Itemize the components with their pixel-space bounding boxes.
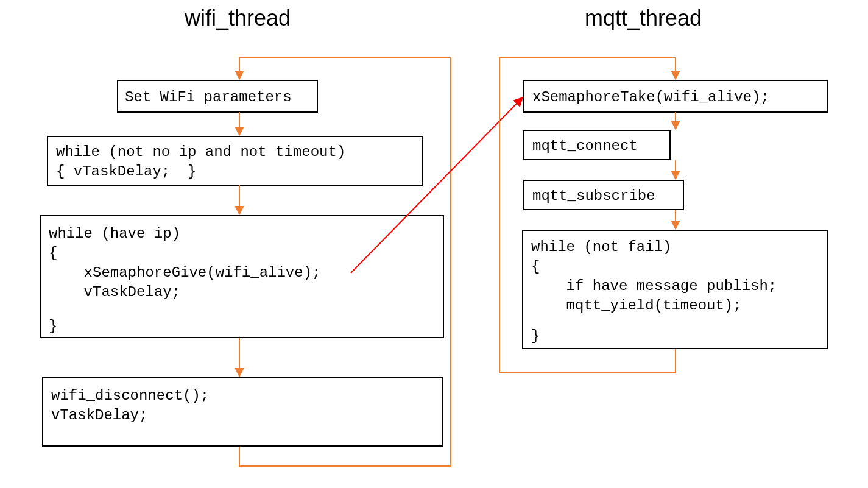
- mqtt-thread-title: mqtt_thread: [585, 5, 702, 30]
- mqtt-box-loop-l1: while (not fail): [531, 239, 671, 255]
- wifi-box-disconnect-l1: wifi_disconnect();: [51, 387, 209, 404]
- wifi-box-have-ip-l2: {: [49, 245, 57, 261]
- mqtt-box-connect-text: mqtt_connect: [532, 138, 638, 154]
- mqtt-box-subscribe-text: mqtt_subscribe: [532, 188, 655, 204]
- wifi-box-have-ip-l3: xSemaphoreGive(wifi_alive);: [49, 264, 320, 281]
- wifi-box-disconnect-l2: vTaskDelay;: [51, 407, 147, 423]
- mqtt-box-loop-l3: if have message publish;: [531, 278, 777, 294]
- wifi-thread-title: wifi_thread: [184, 5, 291, 30]
- mqtt-box-loop-l2: {: [531, 258, 540, 275]
- wifi-box-have-ip-l4: vTaskDelay;: [49, 284, 180, 300]
- diagram-canvas: wifi_thread Set WiFi parameters while (n…: [0, 0, 868, 488]
- wifi-box-set-params-text: Set WiFi parameters: [125, 89, 292, 105]
- wifi-box-wait-ip-l1: while (not no ip and not timeout): [56, 144, 345, 160]
- wifi-box-wait-ip-l2: { vTaskDelay; }: [56, 163, 196, 180]
- mqtt-box-sem-take-text: xSemaphoreTake(wifi_alive);: [532, 89, 769, 105]
- wifi-box-have-ip-l5: }: [49, 318, 57, 334]
- mqtt-box-loop-l5: }: [531, 328, 540, 344]
- wifi-box-have-ip-l1: while (have ip): [49, 225, 180, 242]
- mqtt-box-loop-l4: mqtt_yield(timeout);: [531, 297, 742, 314]
